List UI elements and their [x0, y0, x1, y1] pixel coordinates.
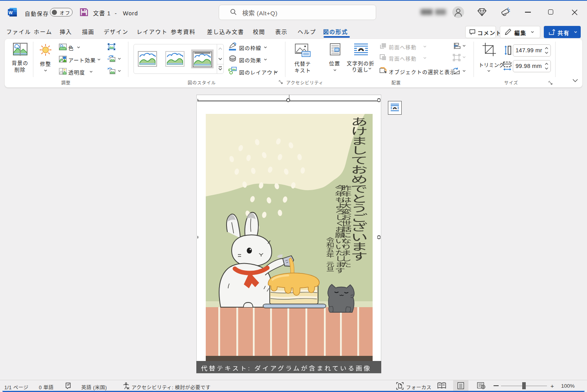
svg-text:W: W [9, 10, 13, 15]
